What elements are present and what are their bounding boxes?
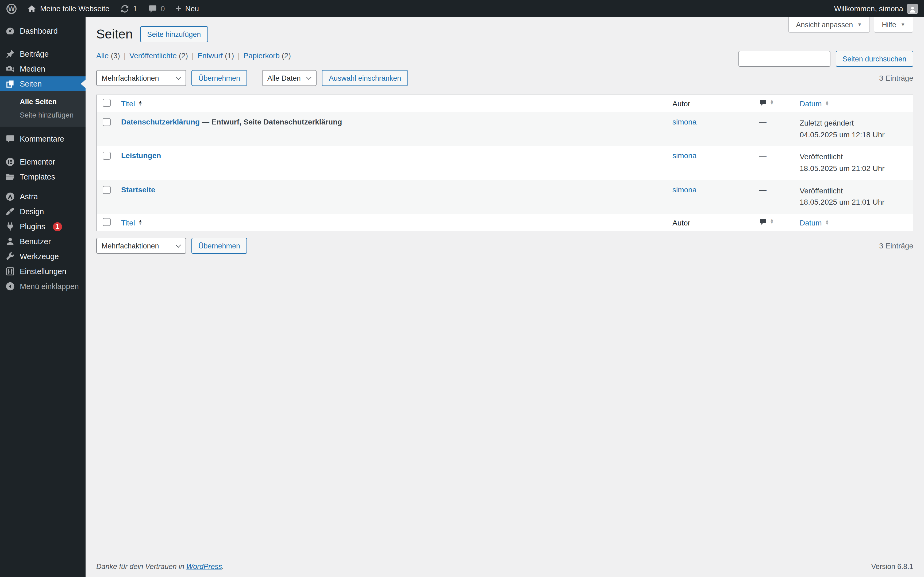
sort-by-date-link[interactable]: Datum▲▼ — [800, 218, 829, 227]
add-page-button[interactable]: Seite hinzufügen — [140, 26, 208, 42]
pages-list-screen: Ansicht anpassen ▼ Hilfe ▼ Seiten Seite … — [86, 17, 924, 577]
sidebar-item-media[interactable]: Medien — [0, 61, 86, 76]
sidebar-item-elementor[interactable]: Elementor — [0, 155, 86, 169]
screen-options-button[interactable]: Ansicht anpassen ▼ — [788, 17, 870, 32]
apply-button[interactable]: Übernehmen — [191, 238, 247, 254]
table-row: Startseite simona — Veröffentlicht18.05.… — [97, 180, 913, 214]
filter-link[interactable]: Papierkorb — [244, 51, 279, 60]
sort-by-date-link[interactable]: Datum▲▼ — [800, 99, 829, 108]
filter-published: Veröffentlichte (2) — [129, 51, 188, 60]
sort-arrows-icon: ▲▼ — [825, 101, 829, 106]
wordpress-logo-icon[interactable]: W — [6, 3, 16, 14]
sidebar-item-posts[interactable]: Beiträge — [0, 47, 86, 61]
wordpress-link[interactable]: WordPress — [186, 562, 222, 571]
version-label: Version 6.8.1 — [871, 562, 913, 571]
comment-bubble-icon — [148, 4, 157, 13]
sidebar-item-label: Seiten — [20, 80, 42, 88]
page-title: Seiten — [96, 26, 132, 42]
sidebar-item-tools[interactable]: Werkzeuge — [0, 249, 86, 264]
filter-separator: | — [192, 51, 194, 60]
help-label: Hilfe — [882, 21, 896, 29]
pages-table: Titel▲▼ Autor ▲▼ Datum▲▼ Datenschutzerkl… — [96, 95, 913, 231]
sidebar-item-templates[interactable]: Templates — [0, 169, 86, 184]
sidebar-item-comments[interactable]: Kommentare — [0, 131, 86, 147]
select-all-checkbox[interactable] — [103, 99, 111, 107]
page-title-link[interactable]: Leistungen — [121, 152, 161, 160]
filter-button[interactable]: Auswahl einschränken — [322, 70, 408, 86]
row-checkbox[interactable] — [103, 186, 111, 194]
bulk-actions-row-bottom: Mehrfachaktionen Übernehmen 3 Einträge — [96, 238, 913, 254]
comments-count: — — [759, 152, 767, 160]
sidebar-item-astra[interactable]: Astra — [0, 189, 86, 204]
author-link[interactable]: simona — [672, 118, 696, 126]
bulk-action-select[interactable]: Mehrfachaktionen — [96, 70, 186, 86]
filter-link[interactable]: Entwurf — [197, 51, 223, 60]
page-title-link[interactable]: Datenschutzerklärung — [121, 118, 200, 126]
table-row: Datenschutzerklärung— Entwurf, Seite Dat… — [97, 112, 913, 146]
date-filter-select[interactable]: Alle Daten — [262, 70, 317, 86]
sidebar-item-label: Beiträge — [20, 50, 48, 58]
sort-by-comments-link[interactable]: ▲▼ — [759, 99, 774, 106]
post-state-label: — Entwurf, Seite Datenschutzerklärung — [202, 118, 342, 126]
table-footer-row: Titel▲▼ Autor ▲▼ Datum▲▼ — [97, 214, 913, 231]
row-checkbox[interactable] — [103, 152, 111, 160]
submenu-item-all-pages[interactable]: Alle Seiten — [0, 95, 86, 108]
sidebar-item-design[interactable]: Design — [0, 204, 86, 219]
bulk-action-select[interactable]: Mehrfachaktionen — [96, 238, 186, 254]
submenu-item-add-page[interactable]: Seite hinzufügen — [0, 108, 86, 122]
sidebar-item-users[interactable]: Benutzer — [0, 234, 86, 249]
filter-count: (3) — [111, 51, 120, 60]
sidebar-item-label: Templates — [20, 172, 55, 181]
author-link[interactable]: simona — [672, 185, 696, 194]
comments-column-icon — [759, 99, 767, 106]
comment-bubble-icon — [5, 134, 15, 144]
filter-link[interactable]: Veröffentlichte — [129, 51, 177, 60]
astra-logo-icon — [5, 192, 15, 201]
search-pages-button[interactable]: Seiten durchsuchen — [835, 51, 913, 67]
bulk-actions-row-top: Mehrfachaktionen Übernehmen Alle Daten A… — [96, 70, 913, 86]
filter-all: Alle (3) — [96, 51, 120, 60]
elementor-logo-icon — [5, 157, 15, 167]
sidebar-item-plugins[interactable]: Plugins 1 — [0, 219, 86, 234]
help-button[interactable]: Hilfe ▼ — [874, 17, 913, 32]
comments-indicator[interactable]: 0 — [148, 4, 165, 13]
select-all-checkbox[interactable] — [103, 218, 111, 226]
apply-button[interactable]: Übernehmen — [191, 70, 247, 86]
update-count: 1 — [133, 4, 137, 13]
updates-indicator[interactable]: 1 — [120, 4, 137, 13]
sort-by-comments-link[interactable]: ▲▼ — [759, 218, 774, 226]
search-input[interactable] — [738, 51, 830, 67]
items-count: 3 Einträge — [879, 74, 913, 82]
sidebar-item-label: Medien — [20, 64, 45, 73]
avatar[interactable] — [908, 3, 918, 14]
folder-icon — [5, 172, 15, 182]
welcome-account-link[interactable]: Willkommen, simona — [834, 4, 903, 13]
sidebar-item-label: Kommentare — [20, 135, 64, 143]
sidebar-item-dashboard[interactable]: Dashboard — [0, 24, 86, 39]
user-icon — [5, 237, 15, 246]
new-content-button[interactable]: + Neu — [176, 4, 199, 13]
filter-count: (1) — [225, 51, 234, 60]
admin-footer: Danke für dein Vertrauen in WordPress. V… — [96, 562, 913, 571]
sidebar-item-pages[interactable]: Seiten — [0, 76, 86, 91]
plug-icon — [5, 222, 15, 231]
author-link[interactable]: simona — [672, 152, 696, 160]
sidebar-item-settings[interactable]: Einstellungen — [0, 264, 86, 279]
sort-arrows-icon: ▲▼ — [770, 219, 774, 224]
caret-down-icon: ▼ — [857, 22, 862, 27]
pages-icon — [5, 79, 15, 89]
collapse-menu-button[interactable]: Menü einklappen — [0, 279, 86, 294]
bulk-action-select-wrap: Mehrfachaktionen — [96, 238, 186, 254]
page-title-link[interactable]: Startseite — [121, 185, 155, 194]
table-row: Leistungen simona — Veröffentlicht18.05.… — [97, 146, 913, 180]
filter-link[interactable]: Alle — [96, 51, 109, 60]
site-name-link[interactable]: Meine tolle Webseite — [27, 4, 109, 13]
sidebar-item-label: Benutzer — [20, 237, 51, 246]
row-checkbox[interactable] — [103, 118, 111, 126]
sidebar-item-label: Astra — [20, 192, 38, 201]
sidebar-item-label: Plugins — [20, 222, 45, 231]
paintbrush-icon — [5, 207, 15, 216]
sort-by-title-link[interactable]: Titel▲▼ — [121, 218, 142, 227]
sidebar-item-label: Werkzeuge — [20, 252, 59, 261]
sort-by-title-link[interactable]: Titel▲▼ — [121, 99, 142, 108]
